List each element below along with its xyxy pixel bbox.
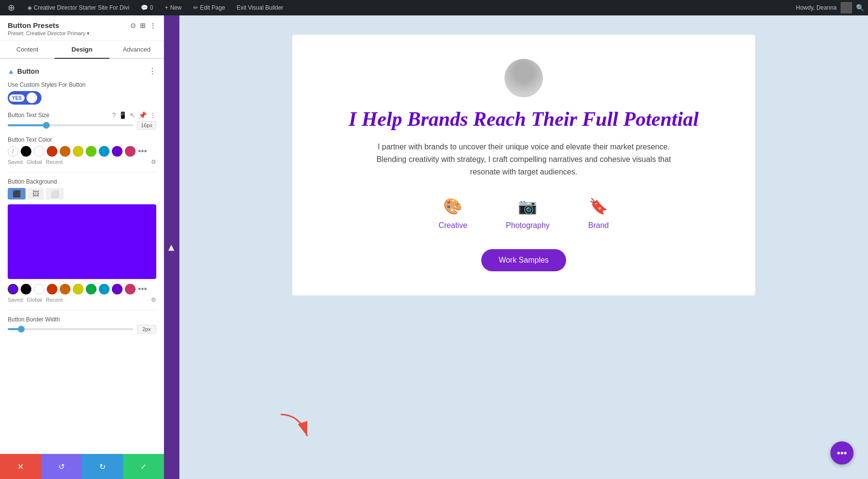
bg-swatch-red[interactable] bbox=[47, 284, 57, 294]
bg-swatch-white[interactable] bbox=[34, 284, 44, 294]
redo-button[interactable]: ↻ bbox=[82, 454, 123, 479]
bg-saved-label: Saved bbox=[8, 297, 23, 303]
comments-link[interactable]: 💬 0 bbox=[138, 0, 156, 15]
color-swatch-yellow[interactable] bbox=[73, 146, 83, 157]
button-text-size-field: Button Text Size ? 📱 ↖ 📌 ⋮ 16px bbox=[8, 111, 156, 130]
border-width-label-row: Button Border Width bbox=[8, 316, 156, 323]
save-button[interactable]: ✓ bbox=[123, 454, 164, 479]
more-options-icon[interactable]: ⋮ bbox=[149, 111, 156, 119]
text-size-slider-thumb[interactable] bbox=[43, 122, 50, 129]
button-bg-field: Button Background ⬛ 🖼 ⬜ bbox=[8, 178, 156, 303]
undo-button[interactable]: ↺ bbox=[41, 454, 82, 479]
cta-button[interactable]: Work Samples bbox=[481, 249, 566, 271]
search-icon[interactable]: 🔍 bbox=[856, 4, 864, 12]
color-swatch-teal[interactable] bbox=[99, 146, 109, 157]
bg-global-label: Global bbox=[27, 297, 42, 303]
cursor-icon[interactable]: ↖ bbox=[130, 111, 136, 119]
color-settings-icon[interactable]: ⚙ bbox=[151, 159, 156, 165]
toggle-container: YES bbox=[8, 91, 156, 105]
bg-swatch-yellow[interactable] bbox=[73, 284, 83, 294]
no-color-swatch[interactable]: / bbox=[8, 146, 18, 157]
fab-icon: ••• bbox=[837, 448, 847, 459]
cancel-button[interactable]: ✕ bbox=[0, 454, 41, 479]
text-size-value[interactable]: 16px bbox=[137, 121, 156, 130]
slider-icons: ? 📱 ↖ 📌 ⋮ bbox=[112, 111, 156, 119]
color-swatch-purple[interactable] bbox=[112, 146, 122, 157]
panel-header: Button Presets ⊙ ⊞ ⋮ Preset: Creative Di… bbox=[0, 15, 164, 41]
bg-swatch-purple[interactable] bbox=[112, 284, 122, 294]
custom-styles-toggle[interactable]: YES bbox=[8, 91, 41, 105]
color-swatch-pink[interactable] bbox=[125, 146, 136, 157]
redo-icon: ↻ bbox=[99, 462, 106, 471]
main-layout: Button Presets ⊙ ⊞ ⋮ Preset: Creative Di… bbox=[0, 15, 868, 479]
button-text-color-label: Button Text Color bbox=[8, 136, 156, 143]
bg-swatch-teal[interactable] bbox=[99, 284, 109, 294]
tab-content[interactable]: Content bbox=[0, 41, 54, 59]
columns-icon[interactable]: ⊞ bbox=[140, 22, 146, 29]
canvas-card: I Help Brands Reach Their Full Potential… bbox=[292, 35, 755, 295]
edit-icon: ✏ bbox=[193, 4, 198, 11]
section-options-icon[interactable]: ⋮ bbox=[149, 67, 156, 76]
color-meta-row2: Saved Global Recent ⚙ bbox=[8, 296, 156, 303]
color-swatch-green[interactable] bbox=[86, 146, 96, 157]
color-swatch-orange[interactable] bbox=[60, 146, 70, 157]
mobile-icon[interactable]: 📱 bbox=[119, 111, 127, 119]
edit-page-link[interactable]: ✏ Edit Page bbox=[190, 0, 228, 15]
divi-panel-toggle[interactable]: ◀ bbox=[164, 15, 179, 479]
custom-styles-field: Use Custom Styles For Button YES bbox=[8, 81, 156, 105]
bg-swatch-green[interactable] bbox=[86, 284, 96, 294]
user-avatar[interactable] bbox=[841, 2, 852, 13]
howdy-text: Howdy, Deanna bbox=[796, 4, 837, 11]
color-swatch-black[interactable] bbox=[21, 146, 31, 157]
border-width-slider-thumb[interactable] bbox=[18, 326, 25, 333]
fab-button[interactable]: ••• bbox=[830, 441, 854, 465]
bg-color-tab[interactable]: ⬛ bbox=[8, 188, 26, 200]
border-width-label: Button Border Width bbox=[8, 316, 60, 323]
bg-color-swatches: ••• bbox=[8, 284, 156, 294]
bg-swatch-orange[interactable] bbox=[60, 284, 70, 294]
divider-2 bbox=[8, 310, 156, 310]
border-width-value[interactable]: 2px bbox=[137, 325, 156, 333]
slider-label-row: Button Text Size ? 📱 ↖ 📌 ⋮ bbox=[8, 111, 156, 119]
fill-icon: ⬛ bbox=[13, 190, 21, 198]
creative-label: Creative bbox=[438, 221, 467, 230]
exit-builder-link[interactable]: Exit Visual Builder bbox=[234, 0, 286, 15]
comments-icon: 💬 bbox=[141, 4, 148, 11]
saved-label: Saved bbox=[8, 159, 23, 165]
bg-swatch-black[interactable] bbox=[21, 284, 31, 294]
tab-advanced[interactable]: Advanced bbox=[109, 41, 164, 59]
color-swatch-red[interactable] bbox=[47, 146, 57, 157]
more-icon[interactable]: ⋮ bbox=[149, 22, 156, 29]
color-meta-row1: Saved Global Recent ⚙ bbox=[8, 159, 156, 165]
border-width-field: Button Border Width 2px bbox=[8, 316, 156, 333]
panel-bottom-bar: ✕ ↺ ↻ ✓ bbox=[0, 454, 164, 479]
color-swatch-white[interactable] bbox=[34, 146, 44, 157]
image-icon: 🖼 bbox=[32, 190, 39, 198]
tab-design[interactable]: Design bbox=[54, 41, 109, 59]
bg-image-tab[interactable]: 🖼 bbox=[27, 188, 44, 200]
new-link[interactable]: + New bbox=[162, 0, 185, 15]
text-size-slider-track bbox=[8, 124, 133, 126]
bg-swatch-purple-active[interactable] bbox=[8, 284, 18, 294]
focus-icon[interactable]: ⊙ bbox=[130, 22, 136, 29]
section-collapse-icon[interactable]: ▲ bbox=[8, 67, 14, 75]
canvas: I Help Brands Reach Their Full Potential… bbox=[179, 15, 868, 479]
color-more-icon[interactable]: ••• bbox=[138, 146, 147, 157]
border-width-slider-row: 2px bbox=[8, 325, 156, 333]
bg-color-box[interactable] bbox=[8, 204, 156, 279]
site-name-link[interactable]: ◈ Creative Director Starter Site For Div… bbox=[25, 0, 132, 15]
bg-gradient-tab[interactable]: ⬜ bbox=[46, 188, 64, 200]
panel-title-icons: ⊙ ⊞ ⋮ bbox=[130, 22, 156, 29]
divider-1 bbox=[8, 172, 156, 173]
canvas-headline: I Help Brands Reach Their Full Potential bbox=[349, 107, 699, 131]
wp-logo-icon[interactable]: ⊕ bbox=[4, 2, 19, 13]
divi-tab-icon: ◀ bbox=[167, 244, 176, 250]
toggle-yes-label: YES bbox=[9, 94, 25, 102]
bg-color-more-icon[interactable]: ••• bbox=[138, 284, 147, 294]
brand-label: Brand bbox=[588, 221, 609, 230]
help-icon[interactable]: ? bbox=[112, 111, 116, 119]
global-label: Global bbox=[27, 159, 42, 165]
pin-icon[interactable]: 📌 bbox=[138, 111, 147, 119]
bg-swatch-pink[interactable] bbox=[125, 284, 136, 294]
bg-color-settings-icon[interactable]: ⚙ bbox=[151, 296, 156, 303]
